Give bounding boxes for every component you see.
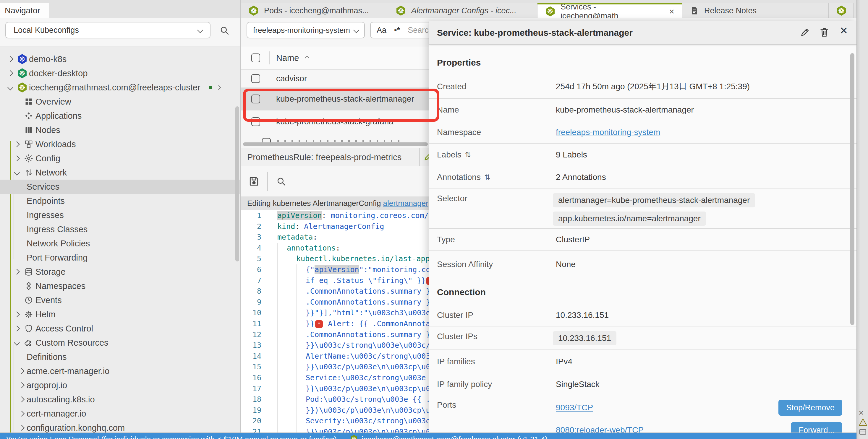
tab-services-icecheng-math-[interactable]: ☸Services - icecheng@math...× (537, 3, 682, 18)
chevron-right-icon[interactable] (14, 269, 20, 275)
expand-toggle-icon[interactable]: ⇅ (465, 151, 471, 159)
tab-pods-icecheng-mathmas-[interactable]: ☸Pods - icecheng@mathmas... (241, 3, 388, 18)
chevron-right-icon[interactable] (19, 425, 25, 431)
editing-object-link[interactable]: alertmanager (383, 199, 428, 208)
namespace-select-value: freeleaps-monitoring-system (253, 26, 350, 35)
storage-icon (24, 267, 33, 276)
sidebar-item-docker-desktop[interactable]: ☸docker-desktop (0, 66, 240, 80)
sidebar-item-namespaces[interactable]: Namespaces (0, 279, 240, 293)
detail-row-selector: Selectoralertmanager=kube-prometheus-sta… (429, 189, 857, 229)
row-value: ClusterIP (556, 235, 590, 244)
sidebar-item-access-control[interactable]: Access Control (0, 322, 240, 336)
sidebar-item-nodes[interactable]: Nodes (0, 123, 240, 137)
sidebar-scrollbar[interactable] (235, 106, 239, 262)
line-number: 10 (241, 308, 261, 318)
sidebar-item-label: icecheng@mathmast.com@freeleaps-cluster (29, 83, 200, 93)
regex-icon[interactable]: ▪* (394, 26, 400, 35)
save-icon[interactable] (248, 176, 259, 187)
chevron-right-icon[interactable] (19, 411, 25, 416)
sidebar-item-label: Workloads (35, 139, 76, 149)
events-icon (24, 296, 33, 305)
detail-row-cluster-ips: Cluster IPs10.233.16.151 (429, 327, 857, 349)
chevron-right-icon[interactable] (216, 85, 221, 90)
sidebar-item-network-policies[interactable]: Network Policies (0, 236, 240, 250)
document-tabs: ☸Pods - icecheng@mathmas...☸Alertmanager… (241, 3, 854, 18)
license-notice[interactable]: You're using Lens Personal (for individu… (6, 435, 337, 439)
sidebar-item-demo-k8s[interactable]: ☸demo-k8s (0, 52, 240, 66)
port-action-button[interactable]: Stop/Remove (778, 400, 842, 416)
sidebar-item-storage[interactable]: Storage (0, 265, 240, 279)
sidebar-item-helm[interactable]: Helm (0, 307, 240, 322)
search-icon[interactable] (219, 25, 229, 35)
sidebar-item-endpoints[interactable]: Endpoints (0, 194, 240, 208)
chevron-right-icon[interactable] (14, 311, 20, 317)
line-number: 3 (241, 232, 261, 243)
sidebar-item-services[interactable]: Services (0, 180, 240, 194)
sidebar-item-events[interactable]: Events (0, 293, 240, 307)
sidebar-item-definitions[interactable]: Definitions (0, 350, 240, 364)
sidebar-item-custom-resources[interactable]: Custom Resources (0, 336, 240, 350)
sidebar-item-ingress-classes[interactable]: Ingress Classes (0, 222, 240, 236)
delete-trash-icon[interactable] (819, 27, 829, 37)
chevron-right-icon[interactable] (14, 156, 20, 161)
chevron-down-icon (197, 27, 203, 33)
sidebar-item-argoproj-io[interactable]: argoproj.io (0, 378, 240, 392)
sidebar-item-port-forwarding[interactable]: Port Forwarding (0, 250, 240, 265)
chevron-right-icon[interactable] (7, 56, 13, 62)
sidebar-item-icecheng-mathmast-com-freeleap[interactable]: ☸icecheng@mathmast.com@freeleaps-cluster (0, 80, 240, 95)
sidebar-item-network[interactable]: Network (0, 165, 240, 180)
row-checkbox[interactable] (251, 74, 260, 83)
sidebar-item-cert-manager-io[interactable]: cert-manager.io (0, 406, 240, 421)
tab-close-icon[interactable]: × (669, 6, 674, 16)
row-value: kube-prometheus-stack-alertmanager (556, 105, 694, 114)
tab-alertmanager-configs-ice[interactable]: ☸Alertmanager Configs - icec... (388, 3, 537, 18)
select-all-checkbox[interactable] (251, 54, 260, 62)
port-link[interactable]: 8080:reloader-web/TCP (556, 426, 644, 433)
search-icon[interactable] (276, 176, 286, 187)
chevron-right-icon[interactable] (7, 70, 13, 76)
row-value-link[interactable]: freeleaps-monitoring-system (556, 128, 660, 137)
sidebar-item-overview[interactable]: Overview (0, 95, 240, 109)
window-icon (859, 428, 867, 436)
chevron-right-icon[interactable] (14, 141, 20, 147)
port-action-button[interactable]: Forward... (791, 422, 842, 433)
sidebar-item-label: Endpoints (27, 196, 65, 206)
chevron-right-icon[interactable] (19, 397, 25, 402)
sidebar-item-configuration-konghq-com[interactable]: configuration.konghq.com (0, 421, 240, 433)
drawer-scrollbar[interactable] (850, 53, 855, 325)
chevron-right-icon[interactable] (14, 326, 20, 332)
row-label: IP families (437, 357, 475, 366)
sidebar-item-acme-cert-manager-io[interactable]: acme.cert-manager.io (0, 364, 240, 378)
detail-row-cluster-ip: Cluster IP10.233.16.151 (429, 304, 857, 327)
expand-toggle-icon[interactable]: ⇅ (484, 173, 490, 181)
close-icon[interactable]: × (840, 23, 847, 38)
horizontal-scrollbar[interactable] (243, 142, 428, 146)
sidebar-item-autoscaling-k8s-io[interactable]: autoscaling.k8s.io (0, 392, 240, 406)
sidebar-item-ingresses[interactable]: Ingresses (0, 208, 240, 222)
namespace-select[interactable]: freeleaps-monitoring-system (247, 22, 365, 38)
sort-ascending-icon[interactable] (305, 56, 310, 60)
chevron-down-icon[interactable] (7, 85, 13, 91)
name-column-header[interactable]: Name (276, 53, 299, 63)
tab-partial[interactable]: ☸ (829, 3, 854, 18)
line-number: 14 (241, 351, 261, 362)
match-case-icon[interactable]: Aa (377, 26, 386, 35)
active-cluster-label[interactable]: icecheng@mathmast.com@freeleaps-cluster … (362, 435, 548, 439)
sidebar-item-workloads[interactable]: Workloads (0, 137, 240, 151)
chevron-right-icon[interactable] (19, 382, 25, 388)
kubeconfig-select[interactable]: Local Kubeconfigs (5, 22, 211, 38)
row-label: Name (437, 105, 459, 114)
sidebar-item-label: Events (35, 296, 62, 305)
chevron-down-icon[interactable] (14, 170, 20, 175)
detail-row-annotations: Annotations⇅2 Annotations (429, 166, 857, 189)
line-number: 15 (241, 362, 261, 373)
edit-pencil-icon[interactable] (800, 27, 810, 37)
sidebar-item-config[interactable]: Config (0, 151, 240, 165)
tab-release-notes[interactable]: Release Notes (682, 3, 829, 18)
line-number: 20 (241, 416, 261, 427)
kubernetes-icon: ☸ (350, 435, 358, 439)
chevron-down-icon[interactable] (14, 340, 20, 346)
sidebar-item-applications[interactable]: Applications (0, 109, 240, 123)
chevron-right-icon[interactable] (19, 368, 25, 374)
port-link[interactable]: 9093/TCP (556, 403, 593, 412)
